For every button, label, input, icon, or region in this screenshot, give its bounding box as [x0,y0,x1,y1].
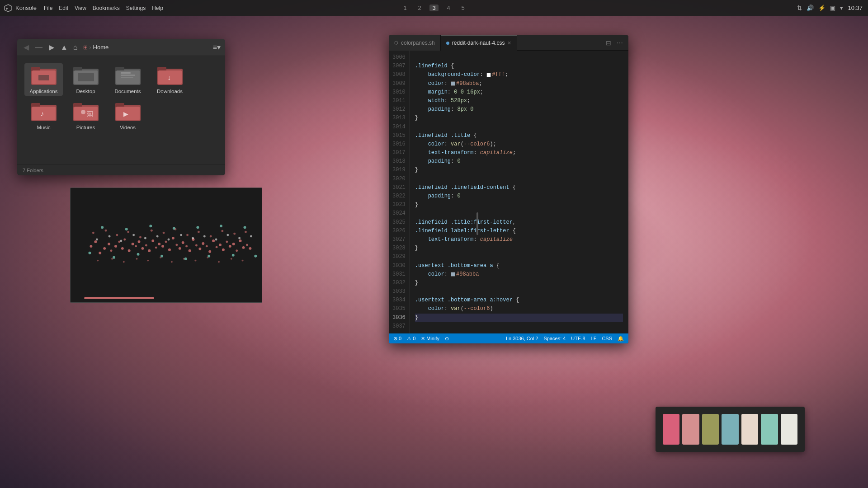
svg-point-97 [136,258,138,260]
more-options-button[interactable]: ⋯ [615,38,625,47]
tab-close-button[interactable]: ✕ [507,40,511,46]
svg-point-45 [135,245,137,247]
svg-point-92 [233,233,236,235]
folder-applications[interactable]: Applications [24,63,63,96]
menu-file[interactable]: File [41,4,55,12]
swatch-pink-dark[interactable] [663,414,679,445]
ln-3034: 3034 [392,296,406,305]
svg-point-78 [246,244,248,246]
status-position: Ln 3036, Col 2 [506,336,538,341]
svg-point-61 [189,249,191,252]
tab-2[interactable]: 2 [415,5,424,11]
svg-point-129 [180,234,182,236]
tab-3[interactable]: 3 [429,5,439,11]
ln-3027: 3027 [392,235,406,244]
folder-pictures[interactable]: 🖼 Pictures [66,99,105,132]
editor-body: 3006 3007 3008 3009 3010 3011 3012 3013 … [389,51,628,333]
svg-point-36 [103,247,106,250]
bell-icon: 🔔 [618,336,624,342]
svg-point-50 [151,239,154,242]
folder-documents[interactable]: Documents [108,63,147,96]
folder-downloads[interactable]: ↓ Downloads [151,63,189,96]
svg-point-124 [120,240,122,242]
svg-point-83 [127,231,129,233]
swatch-cream[interactable] [741,414,758,445]
network-icon: ⇅ [797,5,802,11]
ln-3033: 3033 [392,287,406,296]
menu-settings[interactable]: Settings [123,4,148,12]
code-line-3037 [415,322,623,331]
svg-point-122 [96,239,98,241]
svg-point-37 [108,243,110,245]
status-minify[interactable]: ✕ Minify [421,336,439,342]
swatch-mint[interactable] [761,414,778,445]
svg-point-91 [221,230,223,232]
breadcrumb-home: Home [93,44,109,51]
menu-help[interactable]: Help [149,4,166,12]
svg-point-95 [111,258,113,260]
svg-point-135 [250,235,252,238]
code-line-3023: } [415,201,623,209]
svg-point-27 [81,110,85,114]
ln-3017: 3017 [392,149,406,157]
up-button[interactable]: ▲ [59,42,70,52]
tab-4[interactable]: 4 [444,5,453,11]
dropdown-icon[interactable]: ▾ [840,5,843,11]
swatch-pink-medium[interactable] [682,414,699,445]
svg-point-54 [165,241,167,243]
folder-icon-videos: ▶ [115,101,141,123]
editor-scrollbar[interactable] [476,212,478,235]
forward-button[interactable]: — [33,42,44,52]
line-ending-label: LF [591,336,597,341]
folder-music[interactable]: ♪ Music [24,99,63,132]
code-line-3019: } [415,166,623,174]
folder-icon-applications [31,65,57,87]
status-language: CSS [602,336,612,341]
back-button[interactable]: ◀ [22,42,31,52]
svg-point-74 [232,243,235,245]
tab-colorpanes[interactable]: ⬡ colorpanes.sh [389,35,441,51]
svg-rect-15 [121,77,133,78]
swatch-white[interactable] [781,414,797,445]
tab-colorpanes-label: colorpanes.sh [401,40,435,46]
svg-text:▶: ▶ [123,110,128,117]
folder-icon-documents [115,65,141,87]
swatch-teal[interactable] [722,414,738,445]
tab-1[interactable]: 1 [401,5,410,11]
svg-point-105 [231,258,232,260]
line-col: Ln 3036, Col 2 [506,336,538,341]
menu-view[interactable]: View [72,4,89,12]
forward-button-2[interactable]: ▶ [47,42,56,52]
ln-3022: 3022 [392,192,406,201]
menu-bookmarks[interactable]: Bookmarks [90,4,123,12]
ln-3009: 3009 [392,80,406,88]
svg-point-46 [138,240,141,243]
code-line-3036: } [415,314,623,322]
code-line-3033 [415,287,623,296]
code-content[interactable]: .linefield { background-color: #fff; col… [410,51,628,333]
folder-label-pictures: Pictures [76,125,95,130]
swatch-olive[interactable] [702,414,719,445]
status-bell[interactable]: 🔔 [618,336,624,342]
ln-3012: 3012 [392,105,406,114]
split-editor-button[interactable]: ⊟ [604,38,613,47]
svg-point-112 [149,225,152,227]
ln-3036: 3036 [392,314,406,322]
svg-point-35 [99,252,101,254]
editor-action-buttons: ⊟ ⋯ [604,38,628,47]
svg-point-71 [222,249,225,251]
code-line-3021: .linefield .linefield-content { [415,183,623,192]
fm-menu-button[interactable]: ≡▾ [213,43,221,52]
code-line-3027: text-transform: capitalize [415,235,623,244]
home-button[interactable]: ⌂ [73,43,78,52]
svg-point-69 [216,246,218,248]
svg-rect-26 [74,107,98,120]
file-manager-window: ◀ — ▶ ▲ ⌂ ⊞ › Home ≡▾ Applications [17,39,225,175]
fm-toolbar: ◀ — ▶ ▲ ⌂ ⊞ › Home ≡▾ [17,39,225,56]
folder-desktop[interactable]: Desktop [66,63,105,96]
menu-edit[interactable]: Edit [56,4,71,12]
folder-videos[interactable]: ▶ Videos [108,99,147,132]
tab-5[interactable]: 5 [458,5,467,11]
code-line-3008: background-color: #fff; [415,70,623,79]
tab-css[interactable]: reddit-dark-naut-4.css ✕ [441,35,518,51]
